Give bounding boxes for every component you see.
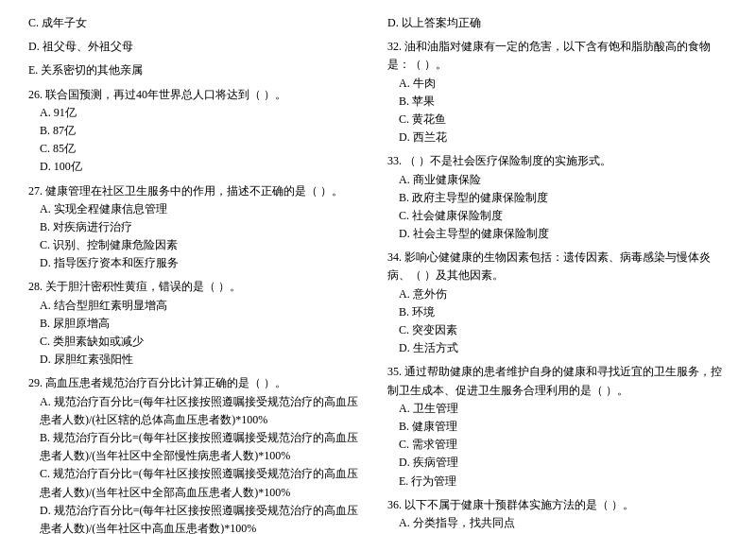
question-text: 36. 以下不属于健康十预群体实施方法的是（ ）。 [387,496,728,514]
option-q35-4: E. 行为管理 [387,473,728,491]
option-q26-2: C. 85亿 [28,140,369,158]
option-q33-0: A. 商业健康保险 [387,171,728,189]
two-col-layout: C. 成年子女D. 祖父母、外祖父母E. 关系密切的其他亲属26. 联合国预测，… [28,14,728,534]
option-q33-1: B. 政府主导型的健康保险制度 [387,189,728,207]
option-q27-2: C. 识别、控制健康危险因素 [28,236,369,254]
question-text: D. 以上答案均正确 [387,14,728,32]
option-q34-0: A. 意外伤 [387,285,728,303]
option-q32-2: C. 黄花鱼 [387,111,728,129]
question-text: 35. 通过帮助健康的患者维护自身的健康和寻找近宜的卫生服务，控制卫生成本、促进… [387,363,728,399]
option-q27-0: A. 实现全程健康信息管理 [28,200,369,218]
right-column: D. 以上答案均正确32. 油和油脂对健康有一定的危害，以下含有饱和脂肪酸高的食… [387,14,728,534]
question-q32: 32. 油和油脂对健康有一定的危害，以下含有饱和脂肪酸高的食物是：（ ）。A. … [387,38,728,146]
option-q28-0: A. 结合型胆红素明显增高 [28,297,369,315]
option-q26-1: B. 87亿 [28,122,369,140]
option-q36-0: A. 分类指导，找共同点 [387,514,728,532]
question-text: D. 祖父母、外祖父母 [28,38,369,56]
question-text: 28. 关于胆汁密积性黄疸，错误的是（ ）。 [28,278,369,296]
question-text: 29. 高血压患者规范治疗百分比计算正确的是（ ）。 [28,374,369,392]
page-container: C. 成年子女D. 祖父母、外祖父母E. 关系密切的其他亲属26. 联合国预测，… [28,14,728,534]
option-q26-0: A. 91亿 [28,104,369,122]
question-q33: 33. （ ）不是社会医疗保险制度的实施形式。A. 商业健康保险B. 政府主导型… [387,152,728,243]
question-q35: 35. 通过帮助健康的患者维护自身的健康和寻找近宜的卫生服务，控制卫生成本、促进… [387,363,728,490]
option-q34-1: B. 环境 [387,303,728,321]
option-q35-3: D. 疾病管理 [387,454,728,472]
option-q33-2: C. 社会健康保险制度 [387,207,728,225]
question-q29: 29. 高血压患者规范治疗百分比计算正确的是（ ）。A. 规范治疗百分比=(每年… [28,374,369,534]
option-q29-3: D. 规范治疗百分比=(每年社区接按照遵嘱接受规范治疗的高血压患者人数)/(当年… [28,502,369,534]
question-q28: 28. 关于胆汁密积性黄疸，错误的是（ ）。A. 结合型胆红素明显增高B. 尿胆… [28,278,369,369]
option-q32-0: A. 牛肉 [387,75,728,93]
question-text: 26. 联合国预测，再过40年世界总人口将达到（ ）。 [28,86,369,104]
option-q28-2: C. 类胆素缺如或减少 [28,333,369,351]
question-q27: 27. 健康管理在社区卫生服务中的作用，描述不正确的是（ ）。A. 实现全程健康… [28,182,369,273]
question-text: 32. 油和油脂对健康有一定的危害，以下含有饱和脂肪酸高的食物是：（ ）。 [387,38,728,74]
option-q34-3: D. 生活方式 [387,339,728,357]
option-q29-2: C. 规范治疗百分比=(每年社区接按照遵嘱接受规范治疗的高血压患者人数)/(当年… [28,465,369,501]
question-q_e_qinshu: E. 关系密切的其他亲属 [28,61,369,79]
question-text: 27. 健康管理在社区卫生服务中的作用，描述不正确的是（ ）。 [28,182,369,200]
option-q28-1: B. 尿胆原增高 [28,315,369,333]
question-q26: 26. 联合国预测，再过40年世界总人口将达到（ ）。A. 91亿B. 87亿C… [28,86,369,177]
option-q35-1: B. 健康管理 [387,418,728,436]
option-q29-0: A. 规范治疗百分比=(每年社区接按照遵嘱接受规范治疗的高血压患者人数)/(社区… [28,393,369,429]
question-text: 33. （ ）不是社会医疗保险制度的实施形式。 [387,152,728,170]
question-q34: 34. 影响心健健康的生物因素包括：遗传因素、病毒感染与慢体炎病、（ ）及其他因… [387,249,728,357]
question-q_d_yishang: D. 以上答案均正确 [387,14,728,32]
option-q29-1: B. 规范治疗百分比=(每年社区接按照遵嘱接受规范治疗的高血压患者人数)/(当年… [28,429,369,465]
question-q_d_jumu: D. 祖父母、外祖父母 [28,38,369,56]
option-q26-3: D. 100亿 [28,158,369,176]
option-q35-2: C. 需求管理 [387,436,728,454]
question-text: C. 成年子女 [28,14,369,32]
option-q34-2: C. 突变因素 [387,321,728,339]
left-column: C. 成年子女D. 祖父母、外祖父母E. 关系密切的其他亲属26. 联合国预测，… [28,14,369,534]
option-q32-3: D. 西兰花 [387,129,728,146]
option-q28-3: D. 尿胆红素强阳性 [28,351,369,369]
option-q27-1: B. 对疾病进行治疗 [28,218,369,236]
option-q35-0: A. 卫生管理 [387,400,728,418]
option-q27-3: D. 指导医疗资本和医疗服务 [28,254,369,272]
question-text: 34. 影响心健健康的生物因素包括：遗传因素、病毒感染与慢体炎病、（ ）及其他因… [387,249,728,284]
option-q32-1: B. 苹果 [387,93,728,111]
question-text: E. 关系密切的其他亲属 [28,61,369,79]
question-q36: 36. 以下不属于健康十预群体实施方法的是（ ）。A. 分类指导，找共同点B. … [387,496,728,534]
option-q33-3: D. 社会主导型的健康保险制度 [387,225,728,243]
question-q_c_chengniannv: C. 成年子女 [28,14,369,32]
